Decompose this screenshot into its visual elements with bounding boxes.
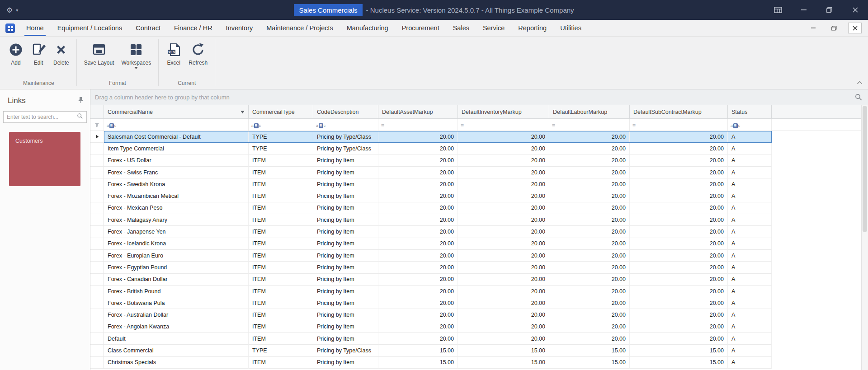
grid-cell[interactable]: 20.00	[458, 238, 549, 250]
collapse-ribbon-icon[interactable]	[857, 81, 863, 84]
grid-cell[interactable]: Forex - Icelandic Krona	[104, 238, 249, 250]
grid-cell[interactable]: Pricing by Type/Class	[313, 143, 378, 155]
grid-cell[interactable]: 20.00	[630, 274, 728, 286]
row-indicator[interactable]	[90, 202, 104, 214]
grid-cell[interactable]: Pricing by Item	[313, 274, 378, 286]
grid-cell[interactable]: ITEM	[249, 190, 313, 202]
grid-cell[interactable]: 20.00	[458, 297, 549, 309]
grid-cell[interactable]: ITEM	[249, 297, 313, 309]
grid-cell[interactable]: 20.00	[378, 167, 458, 178]
grid-cell[interactable]: 20.00	[549, 190, 630, 202]
row-indicator[interactable]	[90, 190, 104, 202]
grid-row[interactable]: Item Type CommercialTYPEPricing by Type/…	[90, 143, 868, 155]
grid-cell[interactable]: 20.00	[378, 238, 458, 250]
grid-cell[interactable]: Pricing by Item	[313, 250, 378, 262]
row-indicator[interactable]	[90, 143, 104, 155]
filter-cell-codedescription[interactable]: aBc	[313, 119, 378, 131]
grid-cell[interactable]: 20.00	[458, 262, 549, 273]
grid-cell[interactable]: Forex - Europian Euro	[104, 250, 249, 262]
scrollbar-thumb[interactable]	[863, 106, 867, 232]
grid-cell[interactable]: 20.00	[378, 309, 458, 321]
grid-cell[interactable]: 20.00	[378, 226, 458, 238]
grid-cell[interactable]: ITEM	[249, 286, 313, 297]
grid-cell[interactable]: 20.00	[458, 321, 549, 333]
grid-row[interactable]: Salesman Cost Commercial - DefaultTYPEPr…	[90, 131, 868, 143]
grid-cell[interactable]: 20.00	[549, 202, 630, 214]
grid-cell[interactable]: 20.00	[378, 297, 458, 309]
grid-cell[interactable]: Pricing by Item	[313, 155, 378, 167]
grid-cell[interactable]: 20.00	[458, 131, 549, 143]
grid-cell[interactable]: ITEM	[249, 226, 313, 238]
grid-cell[interactable]: A	[728, 238, 772, 250]
grid-cell[interactable]: 20.00	[630, 286, 728, 297]
row-indicator[interactable]	[90, 238, 104, 250]
grid-cell[interactable]: A	[728, 190, 772, 202]
grid-cell[interactable]: 20.00	[458, 333, 549, 345]
tab-procurement[interactable]: Procurement	[395, 20, 446, 36]
grid-cell[interactable]: Class Commercial	[104, 345, 249, 356]
grid-cell[interactable]: Forex - Egyptian Pound	[104, 262, 249, 273]
grid-cell[interactable]: Christmas Specials	[104, 357, 249, 369]
filter-cell-commercialname[interactable]: aBc	[104, 119, 249, 131]
grid-cell[interactable]: A	[728, 226, 772, 238]
column-header-commercialname[interactable]: CommercialName	[104, 105, 249, 118]
grid-cell[interactable]: TYPE	[249, 131, 313, 143]
filter-funnel-icon[interactable]	[90, 119, 104, 131]
row-indicator[interactable]	[90, 155, 104, 167]
grid-cell[interactable]: 20.00	[549, 286, 630, 297]
column-header-defaultsubcontractmarkup[interactable]: DefaultSubContractMarkup	[630, 105, 728, 118]
grid-cell[interactable]: 20.00	[630, 202, 728, 214]
grid-cell[interactable]: Pricing by Item	[313, 286, 378, 297]
filter-cell-defaultinventorymarkup[interactable]: =	[458, 119, 549, 131]
grid-cell[interactable]: A	[728, 357, 772, 369]
grid-cell[interactable]: ITEM	[249, 274, 313, 286]
filter-cell-status[interactable]: aBc	[728, 119, 772, 131]
grid-cell[interactable]: 15.00	[549, 357, 630, 369]
grid-row[interactable]: Forex - Europian EuroITEMPricing by Item…	[90, 250, 868, 262]
minimize-button[interactable]	[791, 0, 816, 20]
grid-cell[interactable]: 20.00	[458, 155, 549, 167]
grid-cell[interactable]: ITEM	[249, 262, 313, 273]
grid-cell[interactable]: 20.00	[630, 333, 728, 345]
grid-cell[interactable]: A	[728, 286, 772, 297]
grid-cell[interactable]: 20.00	[630, 155, 728, 167]
grid-cell[interactable]: 20.00	[549, 143, 630, 155]
grid-row[interactable]: Forex - US DollarITEMPricing by Item20.0…	[90, 155, 868, 167]
grid-search-icon[interactable]	[855, 94, 862, 101]
grid-row[interactable]: Forex - Botswana PulaITEMPricing by Item…	[90, 297, 868, 309]
grid-cell[interactable]: Pricing by Item	[313, 357, 378, 369]
workspaces-button[interactable]: Workspaces	[118, 40, 155, 70]
tab-reporting[interactable]: Reporting	[511, 20, 553, 36]
grid-cell[interactable]: 15.00	[378, 357, 458, 369]
row-indicator[interactable]	[90, 250, 104, 262]
tab-utilities[interactable]: Utilities	[553, 20, 588, 36]
grid-cell[interactable]: 20.00	[458, 226, 549, 238]
row-indicator[interactable]	[90, 321, 104, 333]
grid-row[interactable]: Forex - British PoundITEMPricing by Item…	[90, 286, 868, 297]
grid-row[interactable]: DefaultITEMPricing by Item20.0020.0020.0…	[90, 333, 868, 345]
grid-cell[interactable]: 20.00	[458, 167, 549, 178]
grid-cell[interactable]: 20.00	[549, 214, 630, 226]
column-header-commercialtype[interactable]: CommercialType	[249, 105, 313, 118]
grid-cell[interactable]: A	[728, 297, 772, 309]
grid-cell[interactable]: Pricing by Item	[313, 321, 378, 333]
grid-cell[interactable]: Pricing by Item	[313, 226, 378, 238]
quick-access-caret-icon[interactable]: ▾	[16, 8, 18, 13]
grid-cell[interactable]: 20.00	[549, 262, 630, 273]
delete-button[interactable]: Delete	[50, 40, 73, 67]
row-indicator[interactable]	[90, 131, 104, 143]
grid-cell[interactable]: TYPE	[249, 345, 313, 356]
row-indicator[interactable]	[90, 297, 104, 309]
grid-cell[interactable]: 20.00	[630, 178, 728, 190]
grid-cell[interactable]: 15.00	[549, 345, 630, 356]
search-icon[interactable]	[77, 113, 83, 121]
grid-cell[interactable]: 20.00	[630, 321, 728, 333]
grid-cell[interactable]: 15.00	[630, 345, 728, 356]
grid-cell[interactable]: A	[728, 143, 772, 155]
grid-cell[interactable]: 20.00	[630, 131, 728, 143]
tab-home[interactable]: Home	[19, 20, 51, 36]
grid-cell[interactable]: 20.00	[549, 178, 630, 190]
grid-cell[interactable]: 20.00	[630, 167, 728, 178]
grid-cell[interactable]: TYPE	[249, 143, 313, 155]
grid-cell[interactable]: Pricing by Item	[313, 333, 378, 345]
